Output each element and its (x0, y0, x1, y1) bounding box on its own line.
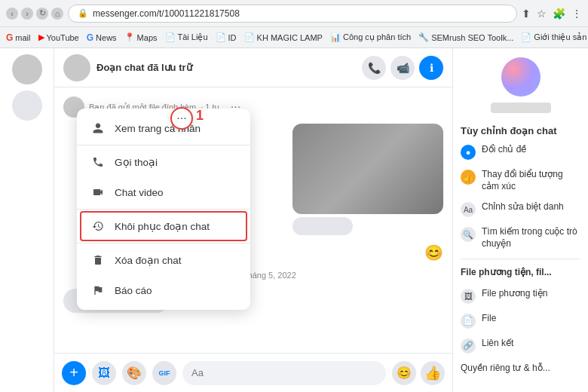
sidebar-item-emoji[interactable]: 👍 Thay đổi biểu tượng cảm xúc (461, 169, 580, 192)
person-icon (90, 121, 106, 136)
right-sidebar-section-title: Tùy chỉnh đoạn chat (461, 125, 580, 136)
home-button[interactable]: ⌂ (51, 8, 63, 20)
bookmark-gioithieu[interactable]: 📄 Giới thiệu sản phẩ... (521, 32, 588, 42)
three-dots-wrapper: ··· 1 (170, 107, 204, 130)
star-icon[interactable]: ☆ (537, 8, 547, 20)
right-sidebar-avatar (501, 57, 541, 96)
user-avatar-left (12, 54, 42, 84)
gif-button[interactable]: GIF (152, 361, 176, 385)
browser-chrome: ‹ › ↻ ⌂ 🔒 messenger.com/t/10001122181750… (0, 0, 588, 27)
image-message (292, 124, 443, 237)
contact-avatar-header (63, 54, 90, 81)
call-button[interactable]: 📞 (362, 56, 386, 80)
sticker-button[interactable]: 🎨 (122, 361, 146, 385)
menu-label-restore: Khôi phục đoạn chat (115, 220, 210, 232)
input-right-actions: 😊 👍 (392, 361, 445, 385)
chat-input-area: + 🖼 🎨 GIF 😊 👍 (54, 353, 452, 392)
extensions-icon[interactable]: 🧩 (553, 8, 565, 20)
app-container: Đoạn chat đã lưu trữ 📞 📹 ℹ Bạn đã gửi mộ… (0, 48, 588, 392)
contact-avatar-1[interactable] (12, 90, 42, 121)
sidebar-item-theme[interactable]: ● Đổi chủ đề (461, 144, 580, 160)
like-button[interactable]: 👍 (421, 361, 445, 385)
bookmark-semrush[interactable]: 🔧 SEMrush SEO Toolk... (418, 32, 513, 42)
theme-icon: ● (461, 145, 476, 160)
reload-button[interactable]: ↻ (36, 8, 48, 20)
message-input[interactable] (182, 361, 386, 385)
link-label: Liên kết (482, 338, 513, 350)
message-text (292, 217, 353, 235)
bookmark-youtube[interactable]: ▶ YouTube (38, 32, 79, 42)
chat-header-actions: 📞 📹 ℹ (362, 56, 443, 80)
media-icon: 🖼 (461, 289, 476, 304)
sidebar-item-privacy[interactable]: Quyền riêng tư & hỗ... (461, 363, 580, 375)
sidebar-item-media-title[interactable]: File phương tiện, fil... (461, 267, 580, 279)
theme-label: Đổi chủ đề (482, 144, 526, 156)
menu-icon[interactable]: ⋮ (571, 8, 582, 20)
menu-item-delete[interactable]: Xóa đoạn chat (77, 245, 250, 275)
bookmark-id[interactable]: 📄 ID (216, 32, 237, 42)
video-call-button[interactable]: 📹 (390, 56, 415, 80)
image-button[interactable]: 🖼 (92, 361, 116, 385)
file-icon: 📄 (461, 314, 476, 329)
right-sidebar-name (491, 103, 551, 113)
archived-label: Đoạn chat đã lưu trữ (96, 62, 192, 73)
sidebar-left (0, 48, 54, 392)
nickname-icon: Aa (461, 202, 476, 217)
bookmark-maps[interactable]: 📍 Maps (124, 32, 158, 42)
link-icon: 🔗 (461, 338, 476, 354)
video-menu-icon (90, 185, 106, 200)
address-bar[interactable]: 🔒 messenger.com/t/100011221817508 (68, 5, 517, 23)
sidebar-item-media[interactable]: 🖼 File phương tiện (461, 288, 580, 304)
bookmark-news[interactable]: G News (87, 32, 117, 43)
browser-right-icons: ⬆ ☆ 🧩 ⋮ (522, 8, 582, 20)
bookmark-tailieu[interactable]: 📄 Tài Liệu (165, 32, 208, 42)
sidebar-item-nickname[interactable]: Aa Chỉnh sửa biệt danh (461, 201, 580, 217)
restore-icon (90, 219, 106, 234)
share-icon[interactable]: ⬆ (522, 8, 531, 20)
sidebar-item-link[interactable]: 🔗 Liên kết (461, 338, 580, 354)
menu-label-report: Báo cáo (115, 285, 152, 296)
menu-divider-2 (77, 209, 250, 210)
bookmark-kh[interactable]: 📄 KH MAGIC LAMP (244, 32, 323, 42)
menu-label-call: Gọi thoại (115, 156, 158, 168)
menu-item-restore[interactable]: Khôi phục đoạn chat 2 (80, 211, 247, 241)
bookmark-gmail[interactable]: G mail (6, 32, 31, 43)
emoji-message: 😊 (424, 243, 443, 262)
message-image (292, 124, 443, 214)
search-icon: 🔍 (461, 227, 476, 242)
chat-panel: Đoạn chat đã lưu trữ 📞 📹 ℹ Bạn đã gửi mộ… (54, 48, 452, 392)
menu-item-report[interactable]: Báo cáo (77, 275, 250, 305)
context-menu: Xem trang cá nhân Gọi thoại Chat video (77, 109, 250, 310)
menu-item-view-profile[interactable]: Xem trang cá nhân (77, 113, 250, 143)
chat-header: Đoạn chat đã lưu trữ 📞 📹 ℹ (54, 48, 452, 87)
three-dots-button[interactable]: ··· (170, 107, 193, 130)
bookmarks-bar: G mail ▶ YouTube G News 📍 Maps 📄 Tài Liệ… (0, 27, 588, 48)
emoji-icon: 👍 (461, 170, 476, 185)
menu-item-video[interactable]: Chat video (77, 177, 250, 207)
emoji-label: Thay đổi biểu tượng cảm xúc (482, 169, 580, 192)
right-sidebar-divider (461, 259, 580, 259)
emoji-button[interactable]: 😊 (392, 361, 416, 385)
delete-icon (90, 253, 106, 268)
sidebar-item-file[interactable]: 📄 File (461, 313, 580, 329)
chat-header-info: Đoạn chat đã lưu trữ (96, 62, 192, 73)
menu-item-call[interactable]: Gọi thoại (77, 147, 250, 177)
sidebar-right: Tùy chỉnh đoạn chat ● Đổi chủ đề 👍 Thay … (452, 48, 588, 392)
media-label: File phương tiện (482, 288, 547, 300)
phone-menu-icon (90, 155, 106, 170)
file-label: File (482, 313, 496, 325)
chat-header-left: Đoạn chat đã lưu trữ (63, 54, 192, 81)
menu-label-delete: Xóa đoạn chat (115, 254, 182, 266)
info-button[interactable]: ℹ (419, 56, 443, 80)
badge-1: 1 (196, 107, 204, 122)
browser-nav-controls[interactable]: ‹ › ↻ ⌂ (6, 8, 63, 20)
context-menu-overlay: Xem trang cá nhân Gọi thoại Chat video (77, 109, 250, 310)
menu-divider-3 (77, 243, 250, 243)
bookmark-analytics[interactable]: 📊 Công cụ phân tích (330, 32, 411, 42)
forward-button[interactable]: › (21, 8, 33, 20)
back-button[interactable]: ‹ (6, 8, 18, 20)
add-button[interactable]: + (62, 361, 86, 385)
search-label: Tìm kiếm trong cuộc trò chuyện (482, 226, 580, 250)
nickname-label: Chỉnh sửa biệt danh (482, 201, 564, 213)
sidebar-item-search[interactable]: 🔍 Tìm kiếm trong cuộc trò chuyện (461, 226, 580, 250)
